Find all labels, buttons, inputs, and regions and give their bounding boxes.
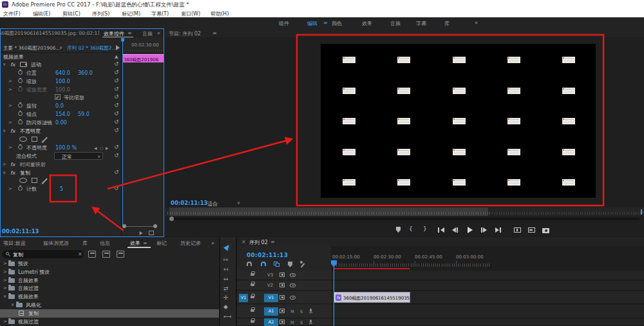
- s1: [281, 296, 283, 298]
- track-output-eye-icon[interactable]: [290, 273, 296, 277]
- s1: [281, 310, 283, 312]
- timeline-playhead-line[interactable]: [334, 261, 334, 326]
- s1: [281, 274, 283, 276]
- lock-icon[interactable]: [251, 320, 254, 323]
- track-output-eye-icon[interactable]: [290, 283, 296, 287]
- track-name-A2[interactable]: A2: [264, 318, 278, 326]
- sync-lock-icon[interactable]: [279, 273, 285, 277]
- sync-lock-icon[interactable]: [279, 320, 285, 324]
- s1: [281, 321, 283, 323]
- track-band-V3: [331, 271, 644, 280]
- lock-icon[interactable]: [251, 309, 254, 312]
- render-bar-red: [334, 268, 410, 269]
- sync-lock-icon[interactable]: [279, 295, 285, 300]
- sync-lock-icon[interactable]: [279, 309, 285, 313]
- s1: [281, 284, 283, 286]
- track-name-V3[interactable]: V3: [267, 273, 273, 278]
- track-name-V1[interactable]: V1: [264, 294, 278, 302]
- lock-icon[interactable]: [251, 283, 254, 286]
- track-header-V1[interactable]: V1V1: [237, 291, 331, 304]
- track-header-V3[interactable]: V3: [237, 271, 331, 280]
- track-header-V2[interactable]: V2: [237, 281, 331, 291]
- clip-fx-badge: fx: [336, 294, 341, 301]
- mic-icon-base: [309, 323, 312, 324]
- sync-lock-icon[interactable]: [279, 283, 285, 287]
- track-band-A1: [331, 305, 644, 318]
- track-output-eye-icon[interactable]: [290, 296, 296, 300]
- mic-icon-base: [309, 312, 312, 313]
- track-name-V2[interactable]: V2: [267, 283, 273, 289]
- source-patch-V1[interactable]: V1: [239, 294, 248, 302]
- timeline-clip[interactable]: fx 360截图20190616145519035.jp: [334, 292, 410, 303]
- lock-icon[interactable]: [251, 296, 254, 298]
- solo-button[interactable]: S: [300, 320, 303, 326]
- clip-label: 360截图20190616145519035.jp: [343, 295, 410, 302]
- timeline-tracks: V3V2V1V1A1MSA2MS: [0, 0, 644, 326]
- track-band-V2: [331, 281, 644, 291]
- track-header-A1[interactable]: A1MS: [237, 305, 331, 318]
- track-header-A2[interactable]: A2MS: [237, 319, 331, 326]
- premiere-window: Pr Adobe Premiere Pro CC 2017 - F:\电影\超蓝…: [0, 0, 644, 326]
- lock-icon[interactable]: [251, 273, 254, 276]
- mute-button[interactable]: M: [290, 309, 294, 315]
- track-name-A1[interactable]: A1: [264, 307, 278, 316]
- mute-button[interactable]: M: [290, 320, 294, 326]
- solo-button[interactable]: S: [300, 309, 303, 315]
- track-band-A2: [331, 319, 644, 326]
